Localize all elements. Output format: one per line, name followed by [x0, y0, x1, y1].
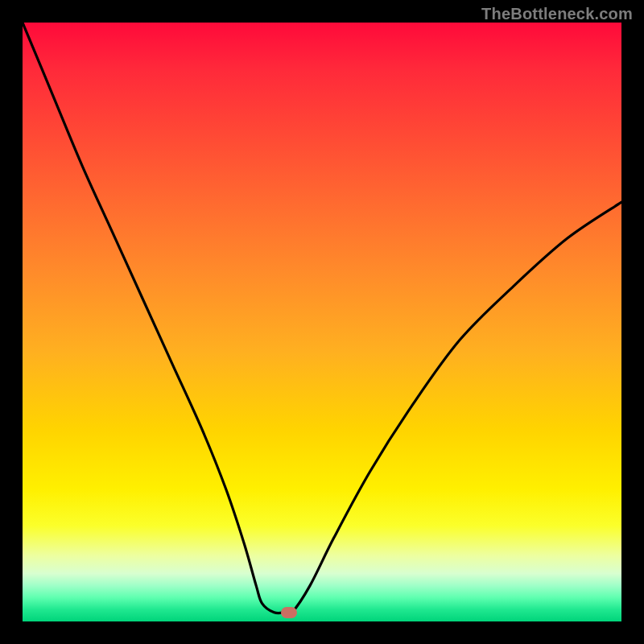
chart-frame: TheBottleneck.com: [0, 0, 644, 644]
bottleneck-curve: [23, 23, 621, 621]
optimal-point-marker: [281, 607, 297, 618]
plot-area: [23, 23, 621, 621]
watermark-text: TheBottleneck.com: [481, 5, 633, 23]
